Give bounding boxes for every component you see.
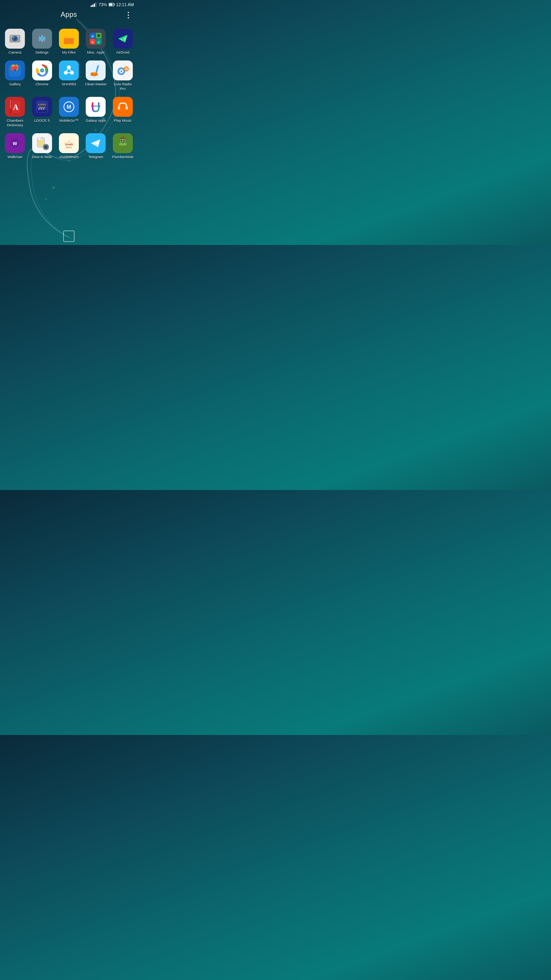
settings-icon <box>32 29 52 49</box>
walkman-icon: w <box>5 133 25 153</box>
svg-text:LONG: LONG <box>38 103 46 106</box>
livio-label: Livio Radio Pro <box>111 82 135 91</box>
app-airdroid[interactable]: AirDroid <box>109 26 136 57</box>
gallery-icon <box>5 60 25 80</box>
app-myfiles[interactable]: My Files <box>55 26 82 57</box>
app-divein[interactable]: Dive-in Now <box>28 131 55 161</box>
app-livio[interactable]: Livio Radio Pro <box>109 58 136 93</box>
svg-rect-14 <box>109 3 112 6</box>
app-mobilego[interactable]: M MobileGo™ <box>55 95 82 129</box>
chambers-icon: A Chambers <box>5 97 25 117</box>
svg-rect-106 <box>38 144 44 145</box>
svg-rect-22 <box>10 36 12 37</box>
battery-percent: 73% <box>98 2 107 7</box>
svg-rect-120 <box>119 143 127 145</box>
svg-point-71 <box>121 70 122 72</box>
svg-text:A: A <box>13 103 19 111</box>
app-chambers[interactable]: A Chambers Chambers Dictionary <box>2 95 28 129</box>
galaxy-icon: Galaxy <box>86 97 106 117</box>
app-camera[interactable]: Camera <box>2 26 28 57</box>
svg-rect-21 <box>17 36 19 37</box>
airdroid-label: AirDroid <box>116 50 129 54</box>
svg-rect-105 <box>38 142 44 144</box>
vividh-label: VividhBharti <box>59 155 79 159</box>
svg-rect-86 <box>41 108 42 110</box>
clock: 12:11 AM <box>116 2 134 7</box>
airdroid-icon <box>113 29 133 49</box>
app-miscapps[interactable]: @ 8 E Misc. Apps <box>82 26 109 57</box>
ldoce-icon: LONG MAN <box>32 97 52 117</box>
svg-rect-104 <box>38 140 44 142</box>
playmusic-icon <box>113 97 133 117</box>
app-cleanmaster[interactable]: Clean Master <box>82 58 109 93</box>
camera-label: Camera <box>8 50 21 54</box>
svg-text:E: E <box>98 41 100 44</box>
svg-rect-87 <box>43 108 44 110</box>
chrome-label: Chrome <box>36 82 49 86</box>
svg-rect-85 <box>38 108 40 110</box>
svg-text:Bharti: Bharti <box>66 146 72 149</box>
svg-point-24 <box>40 37 44 41</box>
chrome-icon <box>32 60 52 80</box>
galaxy-label: Galaxy Apps <box>86 118 106 122</box>
app-gallery[interactable]: Gallery <box>2 58 28 93</box>
divein-icon <box>32 133 52 153</box>
shareit-label: SHAREit <box>62 82 76 86</box>
shareit-icon <box>59 60 79 80</box>
telegram-label: Telegram <box>88 155 103 159</box>
app-chrome[interactable]: Chrome <box>28 58 55 93</box>
svg-text:w: w <box>13 140 17 146</box>
telegram-icon <box>86 133 106 153</box>
svg-text:Chambers: Chambers <box>10 100 12 109</box>
svg-point-52 <box>41 69 43 72</box>
svg-point-4 <box>60 175 62 177</box>
svg-point-5 <box>52 186 55 189</box>
svg-rect-27 <box>64 37 74 38</box>
svg-text:Galaxy: Galaxy <box>91 104 101 108</box>
svg-rect-9 <box>92 5 93 7</box>
svg-point-108 <box>44 145 47 149</box>
apps-header: Apps ⋮ <box>0 8 138 23</box>
cleanmaster-label: Clean Master <box>85 82 107 86</box>
page-title: Apps <box>60 11 77 19</box>
playmusic-label: Play Music <box>114 118 132 122</box>
vividh-icon: ♪ Vividh Bharti <box>59 133 79 153</box>
app-shareit[interactable]: SHAREit <box>55 58 82 93</box>
gallery-label: Gallery <box>9 82 21 86</box>
overflow-menu-button[interactable]: ⋮ <box>124 10 132 20</box>
app-walkman[interactable]: w Walkman <box>2 131 28 161</box>
svg-rect-97 <box>126 106 128 109</box>
home-button[interactable] <box>63 230 75 242</box>
svg-line-64 <box>93 73 93 76</box>
plumber-label: PlumberMole <box>112 155 134 159</box>
svg-text:♪: ♪ <box>68 139 70 143</box>
app-telegram[interactable]: Telegram <box>82 131 109 161</box>
app-galaxy[interactable]: Galaxy Galaxy Apps <box>82 95 109 129</box>
app-vividh[interactable]: ♪ Vividh Bharti VividhBharti <box>55 131 82 161</box>
livio-icon <box>113 60 133 80</box>
svg-rect-8 <box>91 5 92 7</box>
svg-rect-103 <box>38 138 41 140</box>
svg-text:Vividh: Vividh <box>65 143 73 146</box>
svg-rect-13 <box>114 4 115 5</box>
signal-icon <box>91 2 97 7</box>
battery-icon <box>109 2 115 7</box>
svg-point-6 <box>45 198 47 200</box>
svg-rect-124 <box>121 137 124 138</box>
apps-grid: Camera Settings <box>0 23 138 164</box>
app-settings[interactable]: Settings <box>28 26 55 57</box>
app-playmusic[interactable]: Play Music <box>109 95 136 129</box>
svg-rect-10 <box>94 3 95 7</box>
svg-point-122 <box>123 140 125 142</box>
miscapps-label: Misc. Apps <box>87 50 104 54</box>
svg-rect-11 <box>95 2 96 7</box>
svg-rect-113 <box>64 143 74 143</box>
svg-rect-96 <box>118 106 120 109</box>
divein-label: Dive-in Now <box>32 155 52 159</box>
svg-text:M: M <box>67 104 71 110</box>
app-plumber[interactable]: PlumberMole <box>109 131 136 161</box>
app-ldoce[interactable]: LONG MAN LDOCE 5 <box>28 95 55 129</box>
ldoce-label: LDOCE 5 <box>34 118 50 122</box>
signal-bars <box>91 2 97 7</box>
svg-text:8: 8 <box>92 41 94 44</box>
